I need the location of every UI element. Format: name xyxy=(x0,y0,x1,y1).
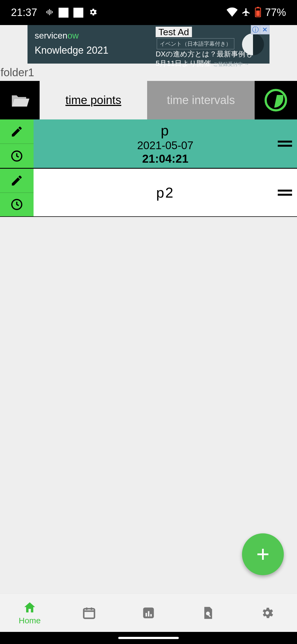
home-icon xyxy=(23,601,37,615)
item-side-actions xyxy=(0,169,34,216)
svg-rect-1 xyxy=(48,10,49,14)
svg-rect-6 xyxy=(257,7,259,8)
edit-button[interactable] xyxy=(0,119,34,143)
clock-icon xyxy=(10,149,23,163)
plus-icon xyxy=(255,546,271,563)
nav-search[interactable] xyxy=(178,594,238,632)
ad-graphic-icon xyxy=(242,33,264,55)
nav-calendar[interactable] xyxy=(59,594,119,632)
tab-label: time intervals xyxy=(167,94,235,107)
status-bar: 21:37 77% xyxy=(0,0,297,25)
clock-button[interactable] xyxy=(0,193,34,217)
timelapse-icon xyxy=(265,89,287,111)
ad-close-icon[interactable]: ✕ xyxy=(260,25,270,34)
ad-banner[interactable]: servicenow Knowledge 2021 Test Adイベント（日本… xyxy=(28,25,270,64)
svg-rect-14 xyxy=(150,614,152,616)
item-side-actions xyxy=(0,119,34,168)
item-list: p 2021-05-07 21:04:21 p2 xyxy=(0,119,297,217)
ad-headline: Knowledge 2021 xyxy=(35,45,148,56)
svg-rect-10 xyxy=(84,608,95,618)
pencil-icon xyxy=(10,125,23,138)
nav-home[interactable]: Home xyxy=(0,594,59,632)
bottom-nav: Home xyxy=(0,593,297,632)
add-button[interactable] xyxy=(242,533,284,575)
list-item[interactable]: p2 xyxy=(0,168,297,216)
svg-rect-3 xyxy=(51,10,51,14)
status-indicator-icon xyxy=(59,8,68,18)
calendar-icon xyxy=(82,606,96,620)
svg-rect-12 xyxy=(145,613,147,616)
status-time: 21:37 xyxy=(11,7,37,18)
timelapse-button[interactable] xyxy=(255,81,297,119)
nav-settings[interactable] xyxy=(238,594,297,632)
folder-open-button[interactable] xyxy=(0,81,40,119)
voice-icon xyxy=(45,8,54,17)
item-name: p2 xyxy=(156,184,174,201)
tab-time-intervals[interactable]: time intervals xyxy=(147,81,255,119)
tabs-row: time points time intervals xyxy=(0,81,297,119)
item-date: 2021-05-07 xyxy=(137,139,194,152)
svg-rect-7 xyxy=(256,10,260,16)
pencil-icon xyxy=(10,174,23,187)
search-page-icon xyxy=(201,606,215,620)
item-time: 21:04:21 xyxy=(142,152,188,165)
svg-rect-4 xyxy=(52,11,53,13)
drag-handle-icon[interactable] xyxy=(278,190,292,196)
list-item[interactable]: p 2021-05-07 21:04:21 xyxy=(0,119,297,168)
svg-rect-13 xyxy=(148,611,149,616)
clock-button[interactable] xyxy=(0,144,34,168)
drag-handle-icon[interactable] xyxy=(278,141,292,147)
battery-percent: 77% xyxy=(265,7,286,18)
nav-stats[interactable] xyxy=(119,594,178,632)
wifi-icon xyxy=(227,7,238,18)
gear-icon xyxy=(260,606,274,620)
gear-icon xyxy=(88,7,98,18)
edit-button[interactable] xyxy=(0,169,34,192)
folder-open-icon xyxy=(10,92,30,108)
status-indicator-icon xyxy=(73,8,83,18)
nav-label: Home xyxy=(19,616,41,625)
ad-brand: servicenow xyxy=(35,31,148,41)
bar-chart-icon xyxy=(141,606,156,620)
clock-icon xyxy=(10,198,23,211)
folder-label: folder1 xyxy=(0,64,297,81)
system-nav-pill[interactable] xyxy=(118,637,179,639)
item-name: p xyxy=(161,122,170,139)
svg-rect-2 xyxy=(49,9,50,15)
svg-rect-0 xyxy=(46,11,47,13)
system-nav-bar xyxy=(0,632,297,644)
ad-info-icon[interactable]: ⓘ xyxy=(251,25,260,34)
airplane-icon xyxy=(241,7,251,18)
battery-icon xyxy=(255,7,261,18)
ad-test-label: Test Ad xyxy=(156,27,192,37)
tab-time-points[interactable]: time points xyxy=(40,81,147,119)
tab-label: time points xyxy=(65,94,121,107)
